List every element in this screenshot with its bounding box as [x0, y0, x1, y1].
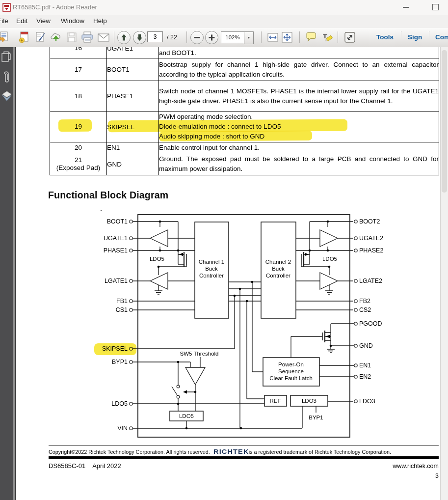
diagram-switch	[177, 385, 180, 398]
pin-name: SKIPSEL	[107, 111, 159, 142]
toolbar: / 22 102% ▼	[0, 28, 448, 48]
zoom-out-button[interactable]	[190, 31, 204, 44]
pin-label-en1: EN1	[359, 362, 371, 369]
zoom-out-icon	[191, 31, 203, 44]
pin-label-boot2: BOOT2	[359, 218, 380, 225]
menu-view[interactable]: View	[36, 17, 51, 25]
document-date: April 2022	[92, 462, 121, 470]
page-up-icon	[118, 31, 130, 44]
comment-panel-button[interactable]: Comment	[435, 33, 448, 41]
toolbar-separator	[401, 31, 401, 43]
save-icon	[65, 31, 78, 44]
tools-button[interactable]: Tools	[376, 33, 394, 41]
pin-label-fb1: FB1	[116, 298, 128, 305]
email-icon	[97, 31, 110, 44]
create-pdf-button[interactable]	[18, 31, 31, 44]
fullscreen-button[interactable]	[343, 31, 356, 44]
left-pin-labels: BOOT1 UGATE1 PHASE1 LGATE1 FB1 CS1 SKIPS…	[102, 218, 128, 432]
table-row: 16 UGATE1 and BOOT1.	[50, 47, 439, 58]
svg-text:Buck: Buck	[205, 266, 218, 272]
pin-label-en2: EN2	[359, 373, 371, 380]
page-number-input[interactable]	[147, 31, 163, 42]
svg-text:Clear Fault Latch: Clear Fault Latch	[269, 375, 313, 381]
page-thumbnails-icon[interactable]	[1, 51, 11, 64]
pin-number: 21(Exposed Pad)	[50, 153, 107, 175]
cloud-upload-button[interactable]	[50, 31, 62, 44]
pin-description: and BOOT1.	[159, 48, 439, 58]
pin-label-ugate2: UGATE2	[359, 235, 383, 242]
zoom-dropdown-button[interactable]: ▼	[244, 31, 254, 44]
menu-help[interactable]: Help	[93, 17, 107, 25]
pin-name: PHASE1	[107, 81, 159, 111]
pin-label-cs1: CS1	[116, 306, 128, 313]
footer-bar	[49, 456, 439, 459]
footer-divider	[49, 445, 439, 446]
fit-page-icon	[281, 31, 293, 44]
attachments-icon[interactable]	[1, 70, 11, 85]
diagram-wires	[132, 222, 354, 428]
pin-label-vin: VIN	[117, 425, 128, 432]
print-icon	[80, 31, 94, 44]
ch2-label: Channel 2	[265, 259, 291, 265]
fit-page-button[interactable]	[281, 31, 293, 44]
pin-label-cs2: CS2	[359, 306, 371, 313]
comment-bubble-icon	[305, 31, 317, 44]
minimize-button[interactable]	[395, 0, 417, 15]
layers-icon[interactable]	[1, 90, 12, 103]
pin-description: Bootstrap supply for channel 1 high-side…	[159, 58, 439, 81]
pin-description-line: PWM operating mode selection.	[159, 112, 439, 122]
toolbar-separator	[299, 31, 300, 43]
pin-number: 16	[50, 47, 107, 58]
zoom-level-value[interactable]: 102%	[221, 31, 244, 43]
fit-width-icon	[266, 31, 279, 44]
pdf-page: 16 UGATE1 and BOOT1. 17 BOOT1 Bootstrap …	[15, 47, 441, 500]
save-button[interactable]	[65, 31, 78, 44]
print-button[interactable]	[80, 31, 93, 44]
menubar: File Edit View Window Help	[0, 15, 448, 28]
pin-name: UGATE1	[107, 47, 159, 58]
highlight-text-button[interactable]: T	[321, 31, 334, 44]
pin-description-line: Diode-emulation mode : connect to LDO5	[159, 122, 439, 132]
table-row: 18 PHASE1 Switch node of channel 1 MOSFE…	[50, 81, 439, 111]
pin-label-gnd: GND	[359, 342, 373, 349]
sign-button[interactable]: Sign	[408, 33, 422, 41]
menu-window[interactable]: Window	[61, 17, 84, 25]
maximize-icon	[432, 4, 439, 10]
pin-description-line: Audio skipping mode : short to GND	[159, 132, 439, 141]
scrollbar-thumb[interactable]	[442, 50, 447, 193]
pin-number: 18	[50, 81, 107, 111]
cloud-upload-icon	[50, 31, 62, 44]
diagram-junction-dots	[101, 210, 332, 429]
pin-number: 20	[50, 142, 107, 153]
pin-label-ldo5: LDO5	[111, 400, 128, 407]
pin-label-lgate2: LGATE2	[359, 278, 382, 284]
pin-label-phase1: PHASE1	[104, 247, 128, 254]
menu-edit[interactable]: Edit	[16, 17, 27, 25]
pin-label-boot1: BOOT1	[107, 218, 128, 225]
next-page-button[interactable]	[133, 31, 146, 44]
open-button[interactable]	[0, 31, 9, 44]
power-on-label: Power-On	[278, 361, 304, 367]
comment-button[interactable]	[305, 31, 317, 44]
pin-label-pgood: PGOOD	[359, 320, 382, 327]
previous-page-button[interactable]	[117, 31, 131, 44]
edit-sign-icon	[34, 31, 47, 44]
highlight-text-icon: T	[321, 31, 334, 44]
table-row: 17 BOOT1 Bootstrap supply for channel 1 …	[50, 58, 439, 81]
pin-name: GND	[107, 153, 159, 175]
pdf-file-icon	[2, 3, 11, 12]
ldo5-right-label: LDO5	[322, 256, 337, 262]
create-pdf-icon	[18, 31, 31, 44]
sw5-threshold-label: SW5 Threshold	[180, 351, 218, 357]
zoom-in-button[interactable]	[205, 31, 218, 44]
maximize-button[interactable]	[424, 0, 447, 15]
menu-file[interactable]: File	[0, 17, 8, 25]
copyright-text: Copyright©2022 Richtek Technology Corpor…	[49, 449, 210, 455]
svg-text:Sequence: Sequence	[278, 368, 304, 374]
fit-width-button[interactable]	[266, 31, 279, 44]
vertical-scrollbar[interactable]	[440, 47, 448, 500]
pin-name: BOOT1	[107, 58, 159, 81]
pin-label-ugate1: UGATE1	[104, 235, 128, 242]
edit-sign-button[interactable]	[34, 31, 47, 44]
email-button[interactable]	[97, 31, 109, 44]
